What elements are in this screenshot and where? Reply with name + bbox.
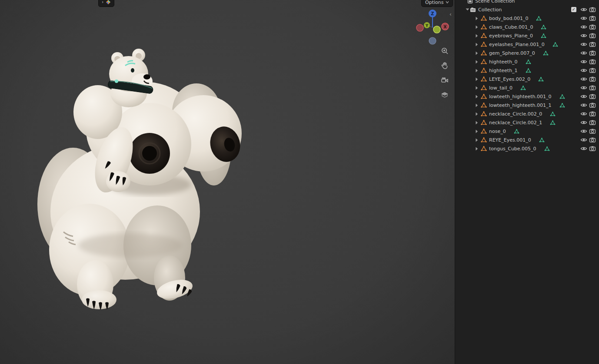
hide-eye-icon[interactable]: [580, 6, 587, 13]
expand-chevron-icon[interactable]: [474, 50, 479, 56]
outliner-row-object[interactable]: nose_0: [455, 127, 599, 136]
toggle-grid-icon[interactable]: [440, 90, 449, 100]
mesh-object-icon: [481, 93, 487, 99]
outliner-object-list: body_bod.001_0 claws_Cube.: [455, 14, 599, 153]
expand-chevron-icon[interactable]: [474, 129, 479, 134]
outliner-rows: Scene Collection Collection ✓: [455, 0, 599, 153]
expand-chevron-icon[interactable]: [474, 24, 479, 30]
expand-header-button[interactable]: ›: [98, 0, 114, 7]
mesh-object-icon: [481, 85, 487, 91]
render-camera-icon[interactable]: [589, 93, 596, 100]
mesh-data-icon: [544, 146, 550, 152]
navigation-gizmo[interactable]: Z Y X: [415, 8, 451, 46]
expand-chevron-icon[interactable]: [474, 94, 479, 99]
render-camera-icon[interactable]: [589, 102, 596, 109]
outliner-row-object[interactable]: body_bod.001_0: [455, 14, 599, 23]
expand-chevron-icon[interactable]: [474, 120, 479, 125]
expand-chevron-icon[interactable]: [474, 137, 479, 142]
hide-eye-icon[interactable]: [580, 93, 587, 100]
expand-chevron-icon[interactable]: [474, 146, 479, 151]
render-camera-icon[interactable]: [589, 6, 596, 13]
expand-chevron-icon[interactable]: [474, 16, 479, 21]
scene-collection-label: Scene Collection: [475, 0, 515, 4]
outliner-row-object[interactable]: lowteeth_highteeth.001_0: [455, 92, 599, 101]
expand-chevron-icon[interactable]: [474, 42, 479, 47]
collection-checkbox[interactable]: ✓: [571, 7, 576, 12]
render-camera-icon[interactable]: [589, 67, 596, 74]
render-camera-icon[interactable]: [589, 50, 596, 56]
object-label: highteeth_0: [489, 59, 518, 65]
hide-eye-icon[interactable]: [580, 23, 587, 30]
expand-chevron-icon[interactable]: [474, 59, 479, 64]
object-label: highteeth_1: [489, 68, 518, 73]
hide-eye-icon[interactable]: [580, 67, 587, 74]
render-camera-icon[interactable]: [589, 41, 596, 48]
object-label: tongus_Cube.005_0: [489, 146, 536, 152]
mesh-object-icon: [481, 41, 487, 47]
mesh-data-icon: [559, 103, 565, 108]
axis-x-handle: X: [442, 23, 449, 30]
expand-chevron-icon[interactable]: [474, 68, 479, 73]
expand-chevron-icon[interactable]: [474, 111, 479, 116]
hide-eye-icon[interactable]: [580, 76, 587, 83]
object-label: necklace_Circle.002_1: [489, 120, 542, 126]
outliner-row-object[interactable]: highteeth_0: [455, 57, 599, 66]
mesh-data-icon: [543, 50, 549, 56]
expand-arrow: ›: [102, 0, 103, 5]
outliner-row-object[interactable]: low_tail_0: [455, 83, 599, 92]
hide-eye-icon[interactable]: [580, 41, 587, 48]
object-label: LEYE_Eyes.002_0: [489, 76, 530, 82]
mesh-data-icon: [526, 59, 531, 65]
outliner-row-object[interactable]: eyebrows_Plane_0: [455, 31, 599, 40]
outliner-row-object[interactable]: eyelashes_Plane.001_0: [455, 40, 599, 49]
render-camera-icon[interactable]: [589, 136, 596, 143]
collapse-chevron-icon[interactable]: [465, 7, 470, 12]
render-camera-icon[interactable]: [589, 128, 596, 135]
hide-eye-icon[interactable]: [580, 32, 587, 39]
hide-eye-icon[interactable]: [580, 145, 587, 152]
axis-z-neg-handle: [429, 37, 436, 44]
hide-eye-icon[interactable]: [580, 84, 587, 91]
expand-chevron-icon[interactable]: [474, 76, 479, 82]
camera-view-icon[interactable]: [440, 76, 449, 85]
hide-eye-icon[interactable]: [580, 128, 587, 135]
outliner-row-object[interactable]: tongus_Cube.005_0: [455, 144, 599, 153]
render-camera-icon[interactable]: [589, 58, 596, 65]
hide-eye-icon[interactable]: [580, 136, 587, 143]
options-dropdown[interactable]: Options: [421, 0, 453, 7]
render-camera-icon[interactable]: [589, 84, 596, 91]
render-camera-icon[interactable]: [589, 76, 596, 83]
render-camera-icon[interactable]: [589, 145, 596, 152]
render-camera-icon[interactable]: [589, 110, 596, 117]
hide-eye-icon[interactable]: [580, 50, 587, 56]
render-camera-icon[interactable]: [589, 32, 596, 39]
viewport-side-tools: [440, 46, 449, 100]
outliner-row-object[interactable]: claws_Cube.001_0: [455, 23, 599, 31]
render-camera-icon[interactable]: [589, 23, 596, 30]
outliner-row-scene-collection[interactable]: Scene Collection: [455, 0, 599, 5]
outliner-row-object[interactable]: necklace_Circle.002_1: [455, 118, 599, 127]
mesh-object-icon: [481, 50, 487, 56]
hide-eye-icon[interactable]: [580, 102, 587, 109]
hide-eye-icon[interactable]: [580, 15, 587, 22]
expand-chevron-icon[interactable]: [474, 103, 479, 108]
outliner-row-object[interactable]: REYE_Eyes.001_0: [455, 136, 599, 144]
hide-eye-icon[interactable]: [580, 110, 587, 117]
expand-chevron-icon[interactable]: [474, 33, 479, 38]
outliner-row-collection[interactable]: Collection ✓: [455, 5, 599, 14]
outliner-row-object[interactable]: necklace_Circle.002_0: [455, 109, 599, 118]
outliner-row-object[interactable]: gem_Sphere.007_0: [455, 49, 599, 57]
outliner-row-object[interactable]: LEYE_Eyes.002_0: [455, 75, 599, 83]
pan-hand-icon[interactable]: [440, 61, 449, 70]
expand-chevron-icon[interactable]: [474, 85, 479, 90]
zoom-icon[interactable]: [440, 46, 449, 56]
outliner-row-object[interactable]: highteeth_1: [455, 66, 599, 75]
hide-eye-icon[interactable]: [580, 58, 587, 65]
outliner-row-object[interactable]: lowteeth_highteeth.001_1: [455, 101, 599, 109]
render-camera-icon[interactable]: [589, 15, 596, 22]
object-label: claws_Cube.001_0: [489, 24, 533, 30]
render-camera-icon[interactable]: [589, 119, 596, 126]
hide-eye-icon[interactable]: [580, 119, 587, 126]
3d-viewport[interactable]: › Options ‹: [0, 0, 455, 364]
mesh-object-icon: [481, 119, 487, 126]
